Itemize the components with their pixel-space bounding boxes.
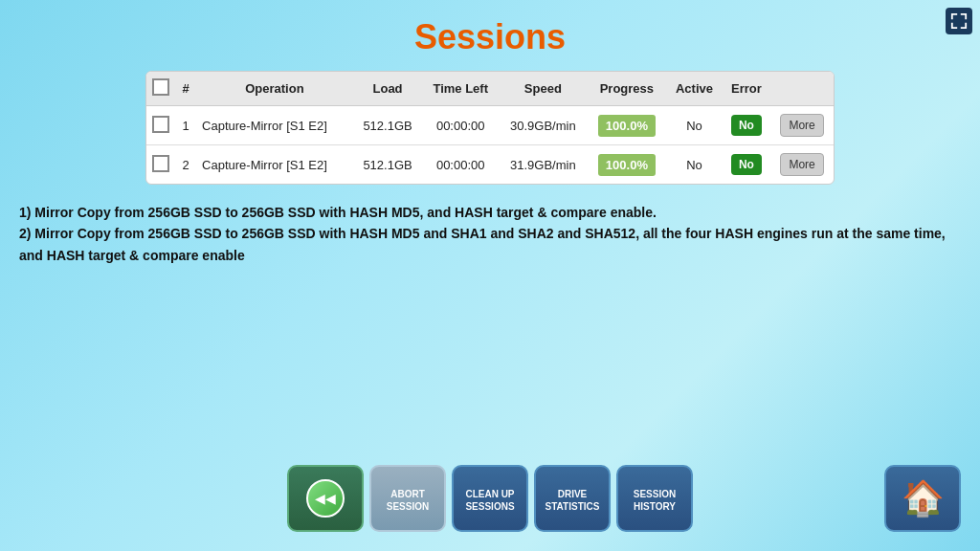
col-active: Active [666, 72, 723, 106]
back-icon [306, 479, 345, 518]
col-error: Error [723, 72, 770, 106]
row-speed-2: 31.9GB/min [499, 145, 587, 185]
row-speed-1: 30.9GB/min [499, 106, 587, 145]
row-progress-2: 100.0% [588, 145, 667, 185]
row-error-btn-2[interactable]: No [723, 145, 770, 185]
row-operation-2: Capture-Mirror [S1 E2] [196, 145, 353, 185]
col-number: # [175, 72, 196, 106]
row-operation-1: Capture-Mirror [S1 E2] [196, 106, 353, 145]
row-checkbox-2[interactable] [152, 155, 169, 172]
row-more-btn-1[interactable]: More [770, 106, 834, 145]
row-load-1: 512.1GB [353, 106, 423, 145]
row-load-2: 512.1GB [353, 145, 423, 185]
session-history-button[interactable]: SessionHistory [616, 465, 693, 532]
row-error-btn-1[interactable]: No [723, 106, 770, 145]
clean-up-sessions-button[interactable]: Clean UpSessions [452, 465, 528, 532]
description-line1: 1) Mirror Copy from 256GB SSD to 256GB S… [19, 205, 657, 220]
description-text: 1) Mirror Copy from 256GB SSD to 256GB S… [19, 202, 961, 266]
header-checkbox[interactable] [152, 78, 169, 96]
description-line2: 2) Mirror Copy from 256GB SSD to 256GB S… [19, 226, 946, 262]
col-progress: Progress [588, 72, 667, 106]
row-checkbox-1[interactable] [152, 116, 169, 133]
row-active-2: No [666, 145, 723, 185]
session-history-label: SessionHistory [634, 488, 676, 513]
row-more-btn-2[interactable]: More [770, 145, 834, 185]
row-active-1: No [666, 106, 723, 145]
home-button[interactable]: 🏠 [884, 465, 961, 532]
abort-session-label: AbortSession [387, 488, 429, 513]
row-time-left-1: 00:00:00 [422, 106, 499, 145]
row-id-2: 2 [175, 145, 196, 185]
col-operation: Operation [196, 72, 353, 106]
bottom-nav: AbortSession Clean UpSessions DriveStati… [0, 465, 980, 532]
row-time-left-2: 00:00:00 [422, 145, 499, 185]
drive-statistics-button[interactable]: DriveStatistics [534, 465, 611, 532]
page-title: Sessions [0, 0, 980, 57]
table-row: 1 Capture-Mirror [S1 E2] 512.1GB 00:00:0… [146, 106, 834, 145]
clean-up-sessions-label: Clean UpSessions [465, 488, 514, 513]
abort-session-button[interactable]: AbortSession [369, 465, 446, 532]
back-button[interactable] [287, 465, 364, 532]
col-time-left: Time Left [422, 72, 499, 106]
row-id-1: 1 [175, 106, 196, 145]
home-icon: 🏠 [902, 478, 945, 518]
row-progress-1: 100.0% [588, 106, 667, 145]
col-speed: Speed [499, 72, 587, 106]
col-load: Load [353, 72, 423, 106]
sessions-table: # Operation Load Time Left Speed Progres… [145, 71, 835, 185]
drive-statistics-label: DriveStatistics [546, 488, 600, 513]
table-row: 2 Capture-Mirror [S1 E2] 512.1GB 00:00:0… [146, 145, 834, 185]
expand-button[interactable] [946, 8, 972, 34]
